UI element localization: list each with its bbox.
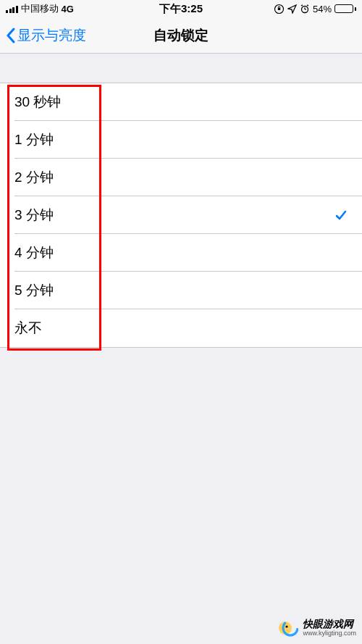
option-label: 永不 xyxy=(14,319,42,338)
option-5-minutes[interactable]: 5 分钟 xyxy=(0,272,362,309)
chevron-left-icon xyxy=(6,28,16,43)
back-button[interactable]: 显示与亮度 xyxy=(6,26,86,45)
option-3-minutes[interactable]: 3 分钟 xyxy=(0,196,362,234)
nav-bar: 显示与亮度 自动锁定 xyxy=(0,17,362,54)
watermark: 快眼游戏网 www.kyligting.com xyxy=(278,618,356,638)
content-area: 30 秒钟 1 分钟 2 分钟 3 分钟 4 分钟 5 分钟 永不 xyxy=(0,54,362,348)
watermark-text: 快眼游戏网 www.kyligting.com xyxy=(303,619,356,637)
option-4-minutes[interactable]: 4 分钟 xyxy=(0,234,362,272)
svg-line-5 xyxy=(301,5,303,6)
status-left: 中国移动 4G xyxy=(6,2,74,15)
network-label: 4G xyxy=(62,4,74,14)
svg-point-9 xyxy=(286,625,288,627)
signal-icon xyxy=(6,4,18,13)
option-label: 1 分钟 xyxy=(14,130,54,149)
auto-lock-options: 30 秒钟 1 分钟 2 分钟 3 分钟 4 分钟 5 分钟 永不 xyxy=(0,83,362,348)
back-label: 显示与亮度 xyxy=(17,26,86,45)
option-label: 4 分钟 xyxy=(14,243,54,262)
option-1-minute[interactable]: 1 分钟 xyxy=(0,121,362,159)
checkmark-icon xyxy=(334,209,348,222)
battery-percent: 54% xyxy=(313,4,332,14)
watermark-url: www.kyligting.com xyxy=(303,630,356,637)
option-2-minutes[interactable]: 2 分钟 xyxy=(0,159,362,196)
battery-icon xyxy=(334,4,356,13)
option-30-seconds[interactable]: 30 秒钟 xyxy=(0,83,362,121)
watermark-logo-icon xyxy=(278,618,298,638)
svg-rect-1 xyxy=(278,8,280,10)
option-never[interactable]: 永不 xyxy=(0,309,362,347)
location-icon xyxy=(287,4,297,14)
status-time: 下午3:25 xyxy=(159,2,203,16)
status-right: 54% xyxy=(274,4,356,14)
status-bar: 中国移动 4G 下午3:25 54% xyxy=(0,0,362,17)
option-label: 2 分钟 xyxy=(14,168,54,187)
lock-rotation-icon xyxy=(274,4,285,14)
option-label: 5 分钟 xyxy=(14,281,54,300)
svg-line-6 xyxy=(307,5,308,6)
watermark-title: 快眼游戏网 xyxy=(303,619,356,630)
option-label: 3 分钟 xyxy=(14,206,54,225)
page-title: 自动锁定 xyxy=(153,26,209,45)
alarm-icon xyxy=(300,4,310,14)
option-label: 30 秒钟 xyxy=(14,93,61,112)
carrier-label: 中国移动 xyxy=(21,2,59,15)
